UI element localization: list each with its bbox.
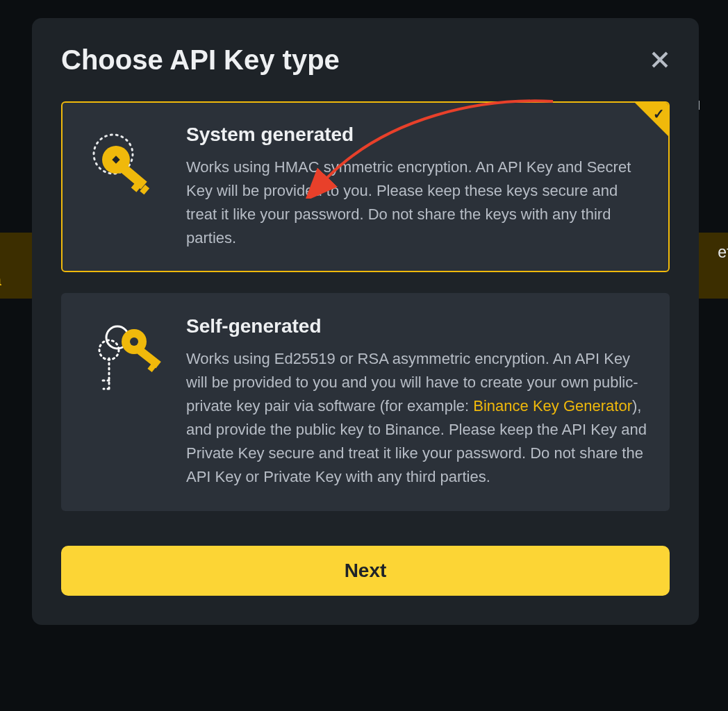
key-icon bbox=[87, 128, 163, 204]
option-system-generated[interactable]: ✓ System generated Works using HMAC symm… bbox=[61, 101, 670, 272]
option-self-generated[interactable]: Self-generated Works using Ed25519 or RS… bbox=[61, 293, 670, 511]
keys-icon bbox=[87, 319, 163, 403]
option-description: Works using Ed25519 or RSA asymmetric en… bbox=[186, 347, 647, 489]
check-icon: ✓ bbox=[653, 106, 665, 122]
close-icon bbox=[650, 50, 670, 69]
modal-title: Choose API Key type bbox=[61, 44, 340, 76]
option-icon-col bbox=[83, 315, 167, 489]
binance-key-generator-link[interactable]: Binance Key Generator bbox=[473, 397, 632, 415]
svg-point-10 bbox=[130, 337, 138, 346]
option-title: Self-generated bbox=[186, 315, 647, 337]
option-icon-col bbox=[83, 124, 167, 250]
svg-rect-11 bbox=[138, 347, 161, 368]
next-button[interactable]: Next bbox=[61, 546, 670, 596]
close-button[interactable] bbox=[650, 50, 670, 69]
api-key-type-modal: Choose API Key type ✓ bbox=[32, 18, 699, 625]
modal-header: Choose API Key type bbox=[61, 18, 670, 101]
option-title: System generated bbox=[186, 124, 647, 146]
option-description: Works using HMAC symmetric encryption. A… bbox=[186, 156, 647, 250]
